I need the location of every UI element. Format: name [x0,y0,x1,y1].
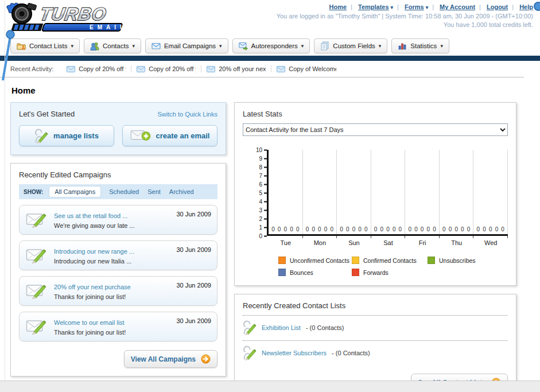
manage-lists-icon [34,129,48,143]
y-tick-mark [264,201,267,202]
contact-list-item[interactable]: Exhibition List - (0 Contacts) [243,316,508,339]
contact-list-item[interactable]: Newsletter Subscribers - (0 Contacts) [243,341,508,364]
envelope-icon [207,66,215,72]
campaign-date: 30 Jun 2009 [176,246,211,265]
tab-custom-fields[interactable]: Custom Fields ▾ [314,38,387,53]
tab-contacts[interactable]: Contacts ▾ [84,38,141,53]
latest-stats-panel: Latest Stats Contact Activity for the La… [234,102,516,286]
filter-archived[interactable]: Archived [169,188,194,195]
contact-list-link[interactable]: Exhibition List [262,324,301,331]
campaign-title-link[interactable]: See us at the retail food ... [54,212,127,219]
campaign-title-link[interactable]: Welcome to our email list [54,319,125,326]
top-link-my-account[interactable]: My Account [440,3,475,10]
recent-activity-item[interactable]: Copy of 20% off yo [131,65,201,72]
legend-item: Unconfirmed Contacts [278,257,352,264]
chart-y-tick: 10 [256,147,267,153]
contact-list-link[interactable]: Newsletter Subscribers [262,350,327,356]
chart-value-label: 0 [414,226,418,232]
chart-value-label: 0 [278,226,281,232]
chart-value-label: 0 [433,226,436,232]
stats-period-select[interactable]: Contact Activity for the Last 7 Days [243,123,508,136]
envelope-arrow-icon [239,41,248,51]
recent-activity-item[interactable]: Copy of 20% off yo [61,65,131,72]
chart-value-label: 0 [340,226,343,232]
top-link-templates[interactable]: Templates▾ [358,3,393,10]
chart-y-tick: 5 [259,190,267,196]
filter-sent[interactable]: Sent [147,188,161,195]
campaign-item[interactable]: Welcome to our email list Thanks for joi… [19,312,217,341]
chart-value-label: 0 [284,226,288,232]
chart-value-label: 0 [421,226,424,232]
legend-label: Unsubscribes [439,257,476,264]
chart-day-group: 00000 [473,150,508,234]
campaign-item[interactable]: See us at the retail food ... We're givi… [19,205,217,235]
nav-divider-bar [0,56,540,61]
legend-item: Bounces [278,269,352,276]
tab-statistics[interactable]: Statistics ▾ [391,38,449,53]
contact-lists-title: Recently Created Contact Lists [243,301,508,310]
top-link-home[interactable]: Home [329,3,347,10]
edit-list-icon [243,320,257,336]
campaign-item[interactable]: 20% off your next purchase Thanks for jo… [19,276,217,306]
get-started-title: Let's Get Started [19,110,75,118]
chart-x-label: Sat [371,236,406,246]
legend-label: Unconfirmed Contacts [290,257,349,264]
decorative-dot [534,2,540,11]
credits-text: You have 1,000 total credits left. [277,21,533,29]
campaign-title-link[interactable]: Introducing our new range ... [54,248,134,255]
edit-campaign-icon [25,317,48,335]
chart-value-label: 0 [374,226,378,232]
chart-y-tick: 0 [259,233,267,239]
chart-value-labels: 00000 [473,226,507,232]
legend-item: Confirmed Contacts [352,257,428,264]
chart-legend: Unconfirmed ContactsConfirmed ContactsUn… [278,257,508,276]
pages-icon [320,41,329,51]
campaign-subtitle: Thanks for joining our list! [54,293,170,300]
chart-value-label: 0 [442,226,446,232]
campaign-subtitle: We're giving away our late ... [54,222,170,229]
latest-stats-title: Latest Stats [243,110,508,118]
campaign-item[interactable]: Introducing our new range ... Introducin… [19,240,217,270]
chart-value-labels: 00000 [337,226,371,232]
chart-x-label: Wed [473,236,508,246]
chart-value-label: 0 [495,226,499,232]
chart-value-label: 0 [399,226,402,232]
chart-y-axis: 109876543210 [250,150,267,236]
campaign-title-link[interactable]: 20% off your next purchase [54,284,131,290]
chart-value-label: 0 [449,226,452,232]
tab-email-campaigns[interactable]: Email Campaigns ▾ [145,38,228,53]
tab-autoresponders[interactable]: Autoresponders ▾ [232,38,310,53]
campaign-date: 30 Jun 2009 [176,210,211,229]
create-email-button[interactable]: create an email [122,125,217,146]
filter-all-campaigns[interactable]: All Campaigns [49,187,100,197]
edit-list-icon [243,345,257,361]
chart-x-label: Fri [405,236,440,246]
top-link-forms[interactable]: Forms▾ [405,3,428,10]
recent-activity-item[interactable]: Copy of Welcome to [271,65,341,72]
campaign-date: 30 Jun 2009 [176,317,211,336]
chart-value-label: 0 [501,226,504,232]
chart-value-labels: 00000 [440,226,473,232]
legend-label: Forwards [363,269,389,276]
manage-lists-button[interactable]: manage lists [19,125,114,146]
chart-value-labels: 00000 [269,226,302,232]
top-nav: Home Templates▾ Forms▾ My Account Logout… [277,3,533,10]
chart-value-label: 0 [324,226,328,232]
filter-scheduled[interactable]: Scheduled [109,188,139,195]
chart-value-label: 0 [330,226,333,232]
y-tick-mark [264,218,267,219]
top-link-logout[interactable]: Logout [487,3,508,10]
contact-activity-chart: 109876543210 000000000000000000000000000… [243,150,508,276]
tab-contact-lists[interactable]: Contact Lists ▾ [10,38,80,53]
legend-label: Bounces [290,269,313,276]
top-link-help[interactable]: Help [519,3,533,10]
envelope-icon [277,66,285,72]
y-tick-mark [264,209,267,211]
recent-activity-item[interactable]: 20% off your next p [201,65,271,72]
switch-quick-links-link[interactable]: Switch to Quick Links [157,111,217,118]
chart-value-label: 0 [461,226,464,232]
y-tick-mark [264,235,267,236]
view-all-campaigns-button[interactable]: View All Campaigns [124,350,217,368]
chart-value-label: 0 [346,226,349,232]
chart-value-label: 0 [290,226,293,232]
